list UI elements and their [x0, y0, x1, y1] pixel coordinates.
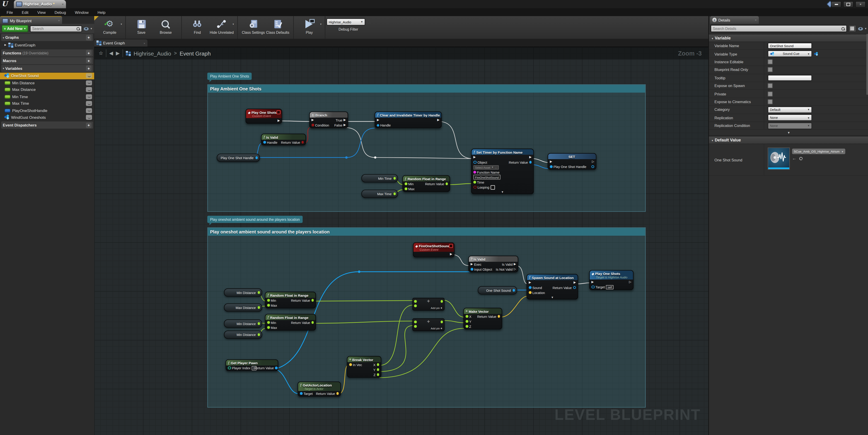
- toolbar-button-class-defaults[interactable]: Class Defaults: [266, 16, 290, 39]
- pin-float[interactable]: [414, 304, 416, 307]
- node-header[interactable]: ƒRandom Float in Range: [266, 314, 315, 320]
- node-spawn-sound-at-location[interactable]: ƒSpawn Sound at Location▶▶SoundReturn Va…: [527, 274, 578, 300]
- add-pin-button[interactable]: Add pin +: [431, 306, 442, 309]
- close-icon[interactable]: ×: [144, 41, 145, 45]
- pin-float[interactable]: [257, 291, 260, 294]
- toolbar-button-save[interactable]: Save: [129, 16, 154, 39]
- toolbar-button-find[interactable]: Find: [185, 16, 210, 39]
- checkbox[interactable]: [768, 99, 773, 104]
- pin-bool[interactable]: [301, 141, 304, 144]
- pin-obj[interactable]: [300, 392, 302, 395]
- node-break-vector[interactable]: ≡Break VectorIn VecXYZ: [347, 356, 381, 378]
- pin-exec[interactable]: ▶: [450, 253, 452, 256]
- variable-eye-toggle[interactable]: [86, 94, 92, 99]
- pin-float[interactable]: [257, 306, 260, 309]
- add-icon[interactable]: +: [86, 65, 91, 71]
- node-is-valid-handle[interactable]: ƒIs ValidHandleReturn Value: [261, 134, 306, 145]
- visibility-eye-icon[interactable]: [858, 27, 863, 30]
- pin-vec[interactable]: [529, 291, 531, 294]
- asset-picker-dropdown[interactable]: SCue_Amb_OS_Highrise_Atrium ▼: [792, 149, 845, 154]
- node-header[interactable]: ƒRandom Float in Range: [266, 292, 315, 298]
- pin-objring[interactable]: [591, 285, 594, 288]
- text-input[interactable]: OneShot Sound: [768, 43, 812, 49]
- sidebar-item-oneshot-sound[interactable]: OneShot Sound: [0, 72, 94, 79]
- getter-max-distance[interactable]: Max Distance: [224, 303, 262, 312]
- pin-float[interactable]: [267, 321, 270, 324]
- getter-min-distance-2[interactable]: Min Distance: [224, 319, 262, 328]
- pin-float[interactable]: [405, 187, 407, 190]
- pin-exec[interactable]: ▶: [437, 119, 439, 121]
- section-variable[interactable]: ▾ Variable: [709, 34, 868, 42]
- toolbar-button-browse[interactable]: Browse: [154, 16, 178, 39]
- pin-float[interactable]: [466, 315, 468, 318]
- pin-boolring[interactable]: [473, 186, 476, 188]
- pin-execo[interactable]: ▷: [514, 268, 516, 271]
- forward-arrow-icon[interactable]: ▶: [116, 51, 120, 56]
- pin-exec[interactable]: ▶: [343, 119, 346, 121]
- menu-item-window[interactable]: Window: [70, 8, 93, 16]
- menu-item-edit[interactable]: Edit: [18, 8, 33, 16]
- node-set-play-one-shot-handle[interactable]: SET▶▷Play One Shot Handle: [548, 153, 596, 170]
- pin-float[interactable]: [414, 325, 416, 327]
- advanced-expander[interactable]: ▼: [709, 130, 868, 136]
- pin-obj[interactable]: [550, 166, 552, 168]
- use-selected-arrow-icon[interactable]: ←: [495, 166, 497, 169]
- variable-eye-toggle[interactable]: [86, 80, 92, 85]
- asset-tab[interactable]: Highrise_Audio * ×: [14, 0, 66, 8]
- variable-eye-toggle[interactable]: [86, 101, 92, 106]
- pin-float[interactable]: [414, 300, 416, 302]
- node-expander[interactable]: ▼: [472, 190, 533, 194]
- debug-filter-dropdown[interactable]: Highrise_Audio▼: [327, 18, 365, 26]
- node-header[interactable]: ƒIs Valid: [262, 134, 305, 140]
- node-header[interactable]: ◆FireOneShotSoundCustom Event: [413, 243, 454, 252]
- pin-float[interactable]: [257, 334, 260, 336]
- add-pin-button[interactable]: Add pin +: [431, 326, 442, 330]
- node-get-actor-location[interactable]: ƒGetActorLocationTarget is ActorTargetRe…: [298, 381, 341, 397]
- node-make-vector[interactable]: ≡Make VectorXReturn ValueYZ: [463, 308, 502, 329]
- node-header[interactable]: ≡Break Vector: [347, 356, 381, 362]
- container-type-icon[interactable]: [814, 52, 818, 56]
- minimize-button[interactable]: [831, 1, 841, 8]
- pin-float[interactable]: [466, 325, 468, 327]
- pin-exec[interactable]: ▶: [278, 119, 280, 122]
- my-blueprint-tab[interactable]: My Blueprint ×: [0, 16, 62, 25]
- pin-float[interactable]: [311, 299, 314, 301]
- pin-exec[interactable]: ▶: [550, 160, 552, 163]
- sidebar-item-windgust-oneshots[interactable]: WindGust Oneshots: [0, 114, 94, 121]
- node-header[interactable]: ◆Play One ShotsTarget is Highrise Audio: [590, 271, 633, 280]
- pin-float[interactable]: [377, 368, 379, 371]
- search-details-input[interactable]: Search Details: [711, 25, 847, 32]
- search-icon[interactable]: [367, 20, 370, 24]
- node-header[interactable]: ƒSpawn Sound at Location: [527, 274, 578, 280]
- toolbar-button-hide-unrelated[interactable]: Hide Unrelated▾: [210, 16, 234, 39]
- pin-exec[interactable]: ▶: [591, 281, 594, 283]
- chevron-down-icon[interactable]: ▾: [320, 23, 321, 25]
- add-icon[interactable]: +: [86, 58, 91, 63]
- checkbox[interactable]: [768, 59, 773, 64]
- node-play-one-shots-call[interactable]: ◆Play One ShotsTarget is Highrise Audio▶…: [589, 270, 633, 290]
- pin-exec[interactable]: ▶: [471, 263, 473, 266]
- menu-item-help[interactable]: Help: [93, 8, 110, 16]
- pin-vec[interactable]: [349, 364, 352, 366]
- close-icon[interactable]: ×: [62, 2, 64, 6]
- pin-objd[interactable]: [376, 123, 379, 127]
- node-clear-invalidate-timer[interactable]: ƒClear and Invalidate Timer by Handle▶▶H…: [375, 112, 442, 128]
- toolbar-button-compile[interactable]: ⚙✓Compile▾: [98, 16, 122, 39]
- section-graphs[interactable]: ▾Graphs+: [1, 34, 93, 41]
- node-add-2[interactable]: +Add pin +: [412, 318, 444, 331]
- getter-min-distance-3[interactable]: Min Distance: [224, 330, 262, 339]
- menu-item-file[interactable]: File: [2, 8, 18, 16]
- browse-to-asset-icon[interactable]: [799, 157, 803, 160]
- pin-float[interactable]: [267, 299, 270, 301]
- select-asset-dropdown[interactable]: Select Asset▼←: [473, 165, 499, 170]
- node-header[interactable]: ƒSet Timer by Function Name: [472, 149, 533, 154]
- details-scrollbar[interactable]: [866, 34, 868, 95]
- expand-triangle-icon[interactable]: ▸: [4, 43, 6, 47]
- pin-exec[interactable]: ▶: [377, 119, 379, 121]
- pin-execo[interactable]: ▷: [592, 160, 594, 163]
- node-header[interactable]: ↻Branch: [310, 112, 347, 117]
- getter-max-time[interactable]: Max Time: [361, 190, 398, 198]
- variable-type-dropdown[interactable]: Sound Cue▼: [768, 51, 812, 57]
- sidebar-item-playoneshothandle[interactable]: PlayOneShotHandle: [0, 107, 94, 114]
- checkbox[interactable]: [768, 91, 773, 96]
